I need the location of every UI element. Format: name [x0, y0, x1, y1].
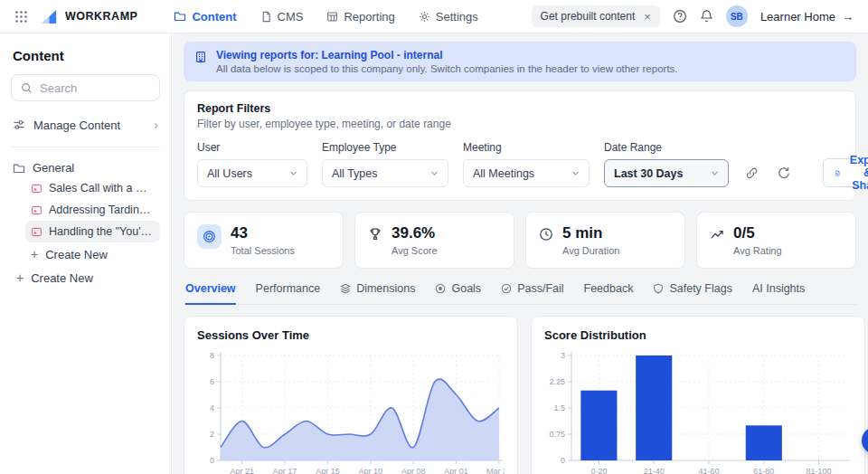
create-new-folder-button[interactable]: + Create New	[11, 266, 160, 289]
nav-settings[interactable]: Settings	[419, 10, 478, 24]
folder-general[interactable]: General	[11, 158, 160, 177]
stat-value: 43	[231, 224, 295, 242]
manage-content-label: Manage Content	[33, 118, 120, 132]
refresh-button[interactable]	[775, 159, 792, 187]
tab-label: Dimensions	[356, 282, 415, 295]
tab-dimensions[interactable]: Dimensions	[340, 282, 415, 304]
chip-label: Get prebuilt content	[541, 10, 636, 23]
svg-text:0-20: 0-20	[590, 467, 607, 474]
search-box[interactable]	[11, 74, 160, 101]
table-icon	[326, 11, 338, 23]
tab-label: AI Insights	[752, 282, 805, 295]
target-icon	[197, 224, 222, 249]
stat-label: Avg Rating	[733, 245, 782, 256]
filter-label-user: User	[197, 141, 307, 154]
copy-link-button[interactable]	[743, 159, 760, 187]
stat-label: Total Sessions	[231, 245, 295, 256]
sessions-over-time-chart: 02468Apr 21Apr 17Apr 15Apr 10Apr 08Apr 0…	[197, 346, 505, 474]
prebuilt-content-chip[interactable]: Get prebuilt content ×	[532, 5, 660, 27]
help-icon[interactable]	[673, 9, 687, 24]
chevron-down-icon	[289, 170, 297, 176]
svg-text:8: 8	[210, 351, 214, 360]
nav-label: Content	[192, 10, 236, 24]
svg-text:61-80: 61-80	[753, 467, 774, 474]
workramp-logo-icon	[41, 8, 58, 25]
app-grid-icon[interactable]	[14, 10, 28, 24]
filters-title: Report Filters	[197, 102, 843, 115]
card-icon	[31, 183, 42, 194]
scope-banner: Viewing reports for: Learning Pool - int…	[184, 42, 856, 81]
tab-feedback[interactable]: Feedback	[584, 282, 634, 304]
tab-ai-insights[interactable]: AI Insights	[752, 282, 805, 304]
workramp-logo[interactable]: WORKRAMP	[41, 8, 137, 25]
svg-text:3: 3	[561, 351, 565, 360]
svg-text:0.75: 0.75	[549, 430, 565, 439]
svg-text:Apr 08: Apr 08	[401, 467, 426, 474]
bell-icon[interactable]	[700, 9, 713, 24]
report-tabs: Overview Performance Dimensions Goals	[184, 282, 856, 305]
svg-text:Apr 10: Apr 10	[359, 467, 383, 474]
tab-performance[interactable]: Performance	[256, 282, 321, 304]
chevron-down-icon	[571, 170, 580, 176]
svg-text:Apr 01: Apr 01	[444, 467, 468, 474]
search-input[interactable]	[40, 81, 150, 95]
svg-text:6: 6	[210, 377, 214, 386]
refresh-icon	[777, 166, 790, 180]
card-icon	[31, 204, 42, 216]
svg-text:Apr 17: Apr 17	[273, 467, 297, 474]
employee-type-select[interactable]: All Types	[322, 159, 448, 187]
tab-label: Performance	[256, 282, 321, 295]
date-range-select[interactable]: Last 30 Days	[604, 159, 729, 187]
tab-label: Overview	[185, 282, 236, 295]
tab-label: Feedback	[584, 282, 634, 295]
report-filters-card: Report Filters Filter by user, employee …	[184, 90, 856, 201]
content-item-label: Handling the "You're Too...	[49, 225, 155, 238]
export-file-icon	[835, 167, 841, 179]
nav-cms[interactable]: CMS	[260, 10, 304, 24]
tab-safety-flags[interactable]: Safety Flags	[653, 282, 731, 304]
avatar[interactable]: SB	[726, 5, 748, 27]
svg-text:0: 0	[210, 456, 214, 465]
content-item[interactable]: Addressing Tardiness with...	[25, 199, 160, 221]
tab-overview[interactable]: Overview	[185, 282, 236, 305]
clock-icon	[539, 227, 553, 242]
search-icon	[21, 82, 33, 94]
sidebar-divider	[11, 147, 160, 147]
tab-label: Safety Flags	[669, 282, 731, 295]
primary-nav: Content CMS Reporting	[174, 10, 477, 24]
create-new-item-button[interactable]: + Create New	[25, 242, 160, 266]
trend-up-icon	[710, 227, 724, 242]
chevron-right-icon: ›	[154, 118, 158, 132]
app: { "glyphs": { "close": "×", "arrow_right…	[0, 0, 868, 474]
content-item[interactable]: Sales Call with a Distracted...	[25, 177, 160, 199]
svg-text:Mar 30: Mar 30	[486, 467, 505, 474]
tab-label: Goals	[451, 282, 481, 295]
employee-type-select-value: All Types	[332, 167, 378, 180]
manage-content-item[interactable]: Manage Content ›	[11, 116, 160, 134]
check-circle-icon	[501, 283, 512, 294]
tab-goals[interactable]: Goals	[435, 282, 481, 304]
chart-title: Score Distribution	[544, 328, 852, 342]
tab-pass-fail[interactable]: Pass/Fail	[501, 282, 563, 304]
stat-avg-score: 39.6% Avg Score	[354, 212, 514, 269]
nav-content[interactable]: Content	[174, 10, 236, 24]
svg-text:21-40: 21-40	[644, 467, 665, 474]
shield-icon	[653, 283, 664, 294]
content-item-label: Sales Call with a Distracted...	[49, 182, 155, 194]
target-icon	[435, 283, 446, 294]
svg-text:4: 4	[210, 403, 214, 412]
plus-icon: +	[16, 270, 24, 285]
folder-label: General	[33, 161, 74, 175]
nav-reporting[interactable]: Reporting	[326, 10, 394, 24]
nav-label: Reporting	[344, 10, 394, 24]
user-select[interactable]: All Users	[197, 159, 307, 187]
layers-icon	[340, 283, 351, 294]
stat-value: 5 min	[562, 224, 619, 242]
meeting-select[interactable]: All Meetings	[463, 159, 590, 187]
learner-home-link[interactable]: Learner Home →	[760, 10, 854, 24]
brand-name: WORKRAMP	[65, 10, 137, 23]
close-icon[interactable]: ×	[644, 11, 651, 23]
export-share-button[interactable]: Export & Share	[823, 158, 868, 187]
content-item-selected[interactable]: Handling the "You're Too...	[25, 221, 160, 242]
stat-avg-rating: 0/5 Avg Rating	[696, 212, 856, 269]
